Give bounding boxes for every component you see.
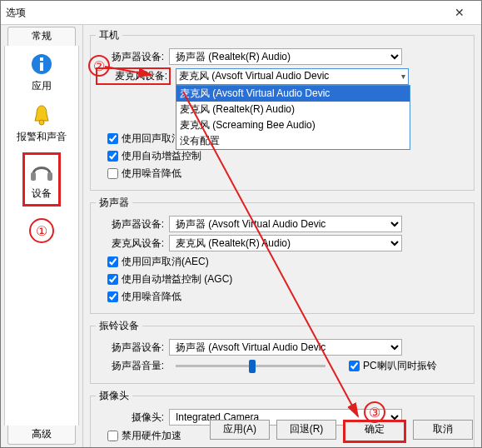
svg-point-3 — [39, 120, 44, 125]
dropdown-option[interactable]: 麦克风 (Avsoft Virtual Audio Devic — [176, 86, 410, 102]
chk-nr2[interactable] — [107, 291, 118, 302]
headset-icon — [28, 158, 55, 185]
chk-aec[interactable] — [107, 133, 118, 144]
dropdown-option[interactable]: 麦克风 (Realtek(R) Audio) — [176, 102, 410, 117]
chk-label: PC喇叭同时振铃 — [363, 359, 437, 373]
sidebar-item-devices[interactable]: 设备 — [22, 152, 61, 207]
chk-hwaccel[interactable] — [107, 431, 118, 441]
group-title: 扬声器 — [96, 196, 132, 210]
label-volume: 扬声器音量: — [96, 359, 164, 373]
titlebar: 选项 ✕ — [1, 1, 481, 25]
label-camera: 摄像头: — [96, 411, 164, 425]
mic-dropdown: 麦克风 (Avsoft Virtual Audio Devic 麦克风 (Rea… — [176, 85, 410, 150]
slider-ring-volume[interactable] — [176, 365, 325, 367]
sidebar: 常规 应用 报警和声音 — [1, 25, 83, 448]
ok-button[interactable]: 确定 — [343, 420, 406, 443]
chk-aec2[interactable] — [107, 256, 118, 267]
svg-rect-2 — [40, 62, 43, 71]
dropdown-option[interactable]: 没有配置 — [176, 133, 410, 149]
select-headset-speaker[interactable]: 扬声器 (Realtek(R) Audio) — [169, 48, 402, 65]
label-speaker: 扬声器设备: — [96, 217, 164, 231]
sidebar-item-apps[interactable]: 应用 — [28, 51, 55, 93]
back-button[interactable]: 回退(R) — [276, 420, 336, 440]
sidebar-item-label: 报警和声音 — [17, 130, 67, 144]
select-speaker-speaker[interactable]: 扬声器 (Avsoft Virtual Audio Devic — [169, 216, 402, 232]
select-ring-speaker[interactable]: 扬声器 (Avsoft Virtual Audio Devic — [169, 339, 402, 356]
group-speaker: 扬声器 扬声器设备: 扬声器 (Avsoft Virtual Audio Dev… — [90, 196, 475, 314]
chevron-down-icon: ▾ — [401, 72, 405, 81]
group-headset: 耳机 扬声器设备: 扬声器 (Realtek(R) Audio) 麦克风设备: … — [90, 28, 475, 191]
select-headset-mic[interactable]: 麦克风 (Avsoft Virtual Audio Devic ▾ 麦克风 (A… — [176, 68, 409, 85]
chk-agc2[interactable] — [107, 274, 118, 285]
dropdown-option[interactable]: 麦克风 (Screaming Bee Audio) — [176, 117, 410, 133]
label-mic: 麦克风设备: — [96, 67, 171, 85]
chk-label: 使用自动增益控制 — [122, 149, 201, 163]
window-title: 选项 — [6, 6, 443, 20]
chk-label: 禁用硬件加速 — [122, 429, 181, 443]
chk-agc[interactable] — [107, 151, 118, 162]
chk-label: 使用回声取消(AEC) — [122, 255, 209, 269]
sidebar-item-label: 设备 — [32, 187, 52, 201]
group-title: 摄像头 — [96, 389, 132, 403]
svg-rect-1 — [40, 57, 43, 61]
chk-pc-ring[interactable] — [349, 361, 360, 371]
chk-label: 使用噪音降低 — [122, 167, 181, 181]
options-window: 选项 ✕ 常规 应用 报警和声音 — [0, 0, 482, 448]
svg-rect-4 — [31, 172, 36, 181]
bell-icon — [28, 102, 55, 128]
group-title: 振铃设备 — [96, 319, 142, 333]
chk-label: 使用噪音降低 — [122, 290, 181, 304]
label-speaker: 扬声器设备: — [96, 50, 164, 64]
label-mic: 麦克风设备: — [96, 236, 164, 251]
select-speaker-mic[interactable]: 麦克风 (Realtek(R) Audio) — [169, 235, 402, 251]
select-value: 麦克风 (Avsoft Virtual Audio Devic — [179, 69, 329, 83]
chk-label: 使用自动增益控制 (AGC) — [122, 272, 232, 286]
tab-advanced[interactable]: 高级 — [7, 426, 76, 445]
info-icon — [28, 51, 55, 77]
sidebar-categories: 应用 报警和声音 设备 ① — [4, 46, 79, 426]
slider-thumb[interactable] — [249, 360, 256, 373]
apply-button[interactable]: 应用(A) — [210, 420, 270, 440]
dialog-buttons: 应用(A) 回退(R) 确定 取消 — [210, 420, 473, 443]
annotation-1: ① — [29, 218, 54, 243]
chk-nr[interactable] — [107, 168, 118, 179]
sidebar-item-label: 应用 — [32, 79, 52, 93]
sidebar-item-alerts[interactable]: 报警和声音 — [17, 102, 67, 144]
label-speaker: 扬声器设备: — [96, 341, 164, 355]
group-title: 耳机 — [96, 28, 122, 42]
close-icon[interactable]: ✕ — [443, 6, 476, 19]
cancel-button[interactable]: 取消 — [413, 420, 473, 440]
main-panel: 耳机 扬声器设备: 扬声器 (Realtek(R) Audio) 麦克风设备: … — [83, 25, 481, 448]
tab-general[interactable]: 常规 — [7, 27, 76, 46]
group-ring: 振铃设备 扬声器设备: 扬声器 (Avsoft Virtual Audio De… — [90, 319, 475, 384]
svg-rect-5 — [47, 172, 52, 181]
